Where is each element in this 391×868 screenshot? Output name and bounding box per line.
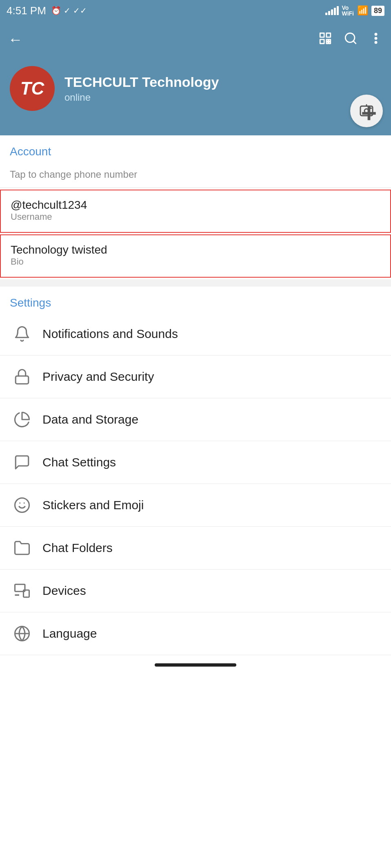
check-icon-2: ✓✓ bbox=[73, 6, 87, 15]
svg-rect-3 bbox=[327, 39, 328, 41]
avatar[interactable]: TC bbox=[10, 66, 55, 111]
settings-list: Notifications and Sounds Privacy and Sec… bbox=[0, 313, 391, 655]
home-indicator bbox=[0, 655, 391, 671]
nav-bar: ← bbox=[0, 21, 391, 58]
message-circle-icon bbox=[10, 450, 34, 475]
svg-rect-4 bbox=[329, 39, 331, 41]
devices-icon bbox=[10, 579, 34, 603]
avatar-initials: TC bbox=[20, 78, 44, 99]
home-bar bbox=[155, 663, 236, 667]
status-right: VoWiFi 📶 89 bbox=[325, 5, 384, 16]
svg-rect-19 bbox=[16, 376, 29, 384]
account-section-label: Account bbox=[0, 135, 391, 161]
devices-label: Devices bbox=[42, 584, 86, 598]
more-menu-button[interactable] bbox=[369, 31, 383, 48]
pie-chart-icon bbox=[10, 407, 34, 432]
settings-item-notifications[interactable]: Notifications and Sounds bbox=[0, 313, 391, 356]
section-divider bbox=[0, 279, 391, 287]
settings-item-stickers[interactable]: Stickers and Emoji bbox=[0, 484, 391, 527]
folders-label: Chat Folders bbox=[42, 541, 113, 555]
svg-rect-6 bbox=[329, 42, 331, 43]
check-icon-1: ✓ bbox=[64, 6, 71, 15]
lock-icon bbox=[10, 364, 34, 389]
svg-point-10 bbox=[375, 37, 377, 40]
status-bar: 4:51 PM ⏰ ✓ ✓✓ VoWiFi 📶 89 bbox=[0, 0, 391, 21]
signal-bars bbox=[325, 6, 339, 15]
svg-rect-1 bbox=[327, 33, 331, 37]
plus-icon bbox=[361, 105, 377, 121]
bio-label: Bio bbox=[11, 256, 380, 267]
bio-value: Technology twisted bbox=[11, 243, 380, 256]
username-value: @techcult1234 bbox=[11, 199, 380, 212]
smile-icon bbox=[10, 493, 34, 517]
alarm-icon: ⏰ bbox=[51, 6, 61, 15]
battery-icon: 89 bbox=[371, 6, 384, 16]
svg-point-9 bbox=[375, 33, 377, 35]
search-button[interactable] bbox=[344, 31, 358, 48]
notifications-label: Notifications and Sounds bbox=[42, 327, 178, 341]
chat-settings-label: Chat Settings bbox=[42, 455, 116, 469]
settings-item-chat[interactable]: Chat Settings bbox=[0, 441, 391, 484]
qr-code-button[interactable] bbox=[318, 31, 332, 48]
back-button[interactable]: ← bbox=[8, 31, 23, 48]
settings-item-privacy[interactable]: Privacy and Security bbox=[0, 356, 391, 398]
globe-icon bbox=[10, 621, 34, 646]
svg-rect-2 bbox=[320, 39, 324, 43]
svg-line-8 bbox=[353, 41, 356, 43]
status-icons: ⏰ ✓ ✓✓ bbox=[51, 6, 87, 15]
nav-left: ← bbox=[8, 31, 23, 48]
settings-item-folders[interactable]: Chat Folders bbox=[0, 527, 391, 570]
svg-point-20 bbox=[15, 498, 29, 512]
settings-section-label: Settings bbox=[0, 287, 391, 313]
settings-item-data[interactable]: Data and Storage bbox=[0, 398, 391, 441]
svg-point-11 bbox=[375, 41, 377, 44]
content-area: Account Tap to change phone number @tech… bbox=[0, 135, 391, 671]
nav-right bbox=[318, 31, 383, 48]
svg-rect-5 bbox=[327, 42, 328, 43]
add-photo-button[interactable] bbox=[350, 95, 383, 127]
status-time: 4:51 PM ⏰ ✓ ✓✓ bbox=[7, 4, 87, 17]
profile-name: TECHCULT Technology bbox=[64, 74, 381, 90]
vo-wifi-label: VoWiFi bbox=[342, 5, 354, 16]
language-label: Language bbox=[42, 627, 97, 641]
stickers-label: Stickers and Emoji bbox=[42, 498, 144, 512]
data-label: Data and Storage bbox=[42, 413, 138, 426]
username-label: Username bbox=[11, 212, 380, 222]
bell-icon bbox=[10, 322, 34, 346]
profile-info: TECHCULT Technology online bbox=[64, 74, 381, 103]
wifi-icon: 📶 bbox=[357, 5, 368, 16]
privacy-label: Privacy and Security bbox=[42, 370, 154, 384]
bio-field[interactable]: Technology twisted Bio bbox=[0, 234, 391, 278]
settings-item-devices[interactable]: Devices bbox=[0, 570, 391, 612]
settings-item-language[interactable]: Language bbox=[0, 612, 391, 655]
profile-status: online bbox=[64, 92, 381, 103]
folder-icon bbox=[10, 536, 34, 560]
username-field[interactable]: @techcult1234 Username bbox=[0, 190, 391, 233]
svg-rect-0 bbox=[320, 33, 324, 37]
profile-header: TC TECHCULT Technology online bbox=[0, 58, 391, 135]
tap-change-phone[interactable]: Tap to change phone number bbox=[0, 161, 391, 188]
